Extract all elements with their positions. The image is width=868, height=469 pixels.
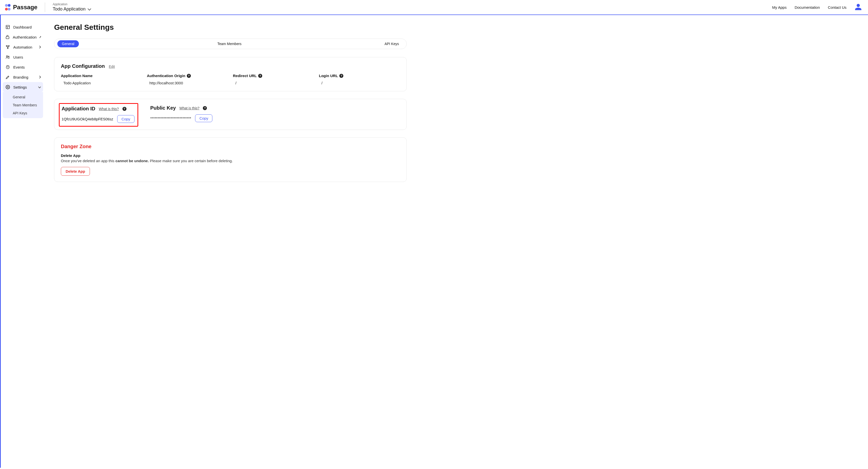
sidebar-item-label: Automation [13,45,36,49]
login-url-label: Login URL [319,74,338,78]
app-selector-name: Todo Application [53,6,85,12]
app-selector-label: Application [53,3,90,6]
application-id-value: 1QfcU9UGOkQ4eb8pFES0tisz [62,117,113,121]
public-key-block: Public Key What is this? ? *************… [150,105,212,122]
sidebar-item-api-keys[interactable]: API Keys [13,109,43,117]
gear-icon [5,85,10,90]
tab-team-members[interactable]: Team Members [213,40,246,47]
config-col-redirect-url: Redirect URL ? / [233,74,314,85]
nav-my-apps[interactable]: My Apps [772,5,786,9]
logo-icon [4,4,11,10]
svg-point-10 [7,87,8,88]
sidebar-item-label: Branding [13,75,36,79]
credentials-card: Application ID What is this? ? 1QfcU9UGO… [54,99,407,130]
brand-logo[interactable]: Passage [4,4,37,11]
events-icon [5,65,10,70]
header-divider [45,2,45,12]
sidebar-item-team-members[interactable]: Team Members [13,101,43,109]
sidebar-item-events[interactable]: Events [3,62,43,72]
redirect-url-label: Redirect URL [233,74,257,78]
public-key-heading: Public Key [150,105,176,111]
sidebar-item-users[interactable]: Users [3,52,43,62]
app-name-label: Application Name [61,74,142,78]
config-col-app-name: Application Name Todo Application [61,74,142,85]
sidebar-item-dashboard[interactable]: Dashboard [3,22,43,32]
help-icon[interactable]: ? [122,107,126,111]
delete-app-message: Once you've deleted an app this cannot b… [61,159,400,163]
app-config-heading: App Configuration [61,63,105,69]
sidebar-item-general[interactable]: General [13,93,43,101]
chevron-right-icon [38,45,41,48]
delete-app-subheading: Delete App [61,154,400,158]
dashboard-icon [5,25,10,30]
svg-rect-3 [6,37,9,39]
users-icon [5,55,10,60]
svg-point-8 [8,56,9,57]
automation-icon [5,44,10,49]
config-col-auth-origin: Authentication Origin ? http://localhost… [147,74,228,85]
public-key-value: **************************** [150,116,191,121]
chevron-right-icon [38,75,41,78]
nav-documentation[interactable]: Documentation [795,5,820,9]
sidebar-item-branding[interactable]: Branding [3,72,43,82]
login-url-value: / [319,81,400,85]
tabs: General Team Members API Keys [54,38,407,49]
tab-general[interactable]: General [57,40,79,47]
application-id-heading: Application ID [62,106,95,112]
chevron-down-icon [38,85,41,88]
help-icon[interactable]: ? [203,106,207,110]
page-title: General Settings [54,23,407,32]
copy-application-id-button[interactable]: Copy [117,115,134,123]
sidebar-item-label: Users [13,55,40,59]
help-icon[interactable]: ? [339,74,343,78]
help-icon[interactable]: ? [258,74,262,78]
application-id-block: Application ID What is this? ? 1QfcU9UGO… [59,103,138,127]
application-id-what-link[interactable]: What is this? [99,107,119,111]
sidebar-item-authentication[interactable]: Authentication [3,32,43,42]
app-selector[interactable]: Application Todo Application [53,3,90,12]
public-key-what-link[interactable]: What is this? [179,106,199,110]
main-content: General Settings General Team Members AP… [45,15,416,468]
nav-contact[interactable]: Contact Us [828,5,846,9]
sidebar-item-label: Events [13,65,40,69]
svg-point-6 [7,48,8,49]
auth-origin-value: http://localhost:3000 [147,81,228,85]
tab-api-keys[interactable]: API Keys [380,40,403,47]
delete-app-button[interactable]: Delete App [61,167,90,176]
lock-icon [5,35,10,39]
sidebar-item-label: Dashboard [13,25,40,29]
edit-app-config-link[interactable]: Edit [109,65,115,69]
svg-point-7 [6,56,7,57]
sidebar-item-label: Settings [13,85,36,89]
chevron-right-icon [39,36,41,38]
app-name-value: Todo Application [61,81,142,85]
sidebar-item-settings[interactable]: Settings [3,82,43,92]
sidebar-item-label: Authentication [13,35,37,39]
danger-zone-card: Danger Zone Delete App Once you've delet… [54,137,407,182]
help-icon[interactable]: ? [187,74,191,78]
app-configuration-card: App Configuration Edit Application Name … [54,57,407,91]
header-nav: My Apps Documentation Contact Us [772,3,862,11]
danger-zone-heading: Danger Zone [61,144,400,149]
config-col-login-url: Login URL ? / [319,74,400,85]
branding-icon [5,75,10,79]
header-bar: Passage Application Todo Application My … [0,0,868,15]
auth-origin-label: Authentication Origin [147,74,185,78]
brand-name: Passage [13,4,37,11]
sidebar-sub-settings: General Team Members API Keys [3,92,43,118]
svg-rect-0 [6,25,9,29]
sidebar: Dashboard Authentication Automation User… [0,15,45,468]
copy-public-key-button[interactable]: Copy [195,114,212,122]
chevron-down-icon [87,7,91,10]
user-avatar-icon[interactable] [855,3,862,11]
redirect-url-value: / [233,81,314,85]
sidebar-item-automation[interactable]: Automation [3,42,43,52]
